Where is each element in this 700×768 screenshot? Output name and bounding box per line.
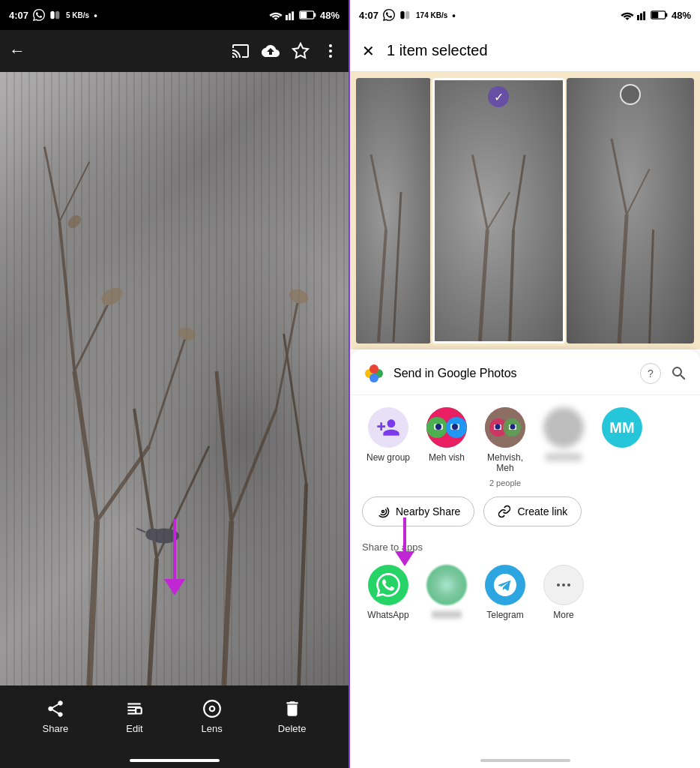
cast-icon[interactable] — [232, 42, 250, 60]
svg-line-53 — [472, 154, 487, 229]
top-bar-left: ← — [0, 30, 349, 72]
upload-icon[interactable] — [262, 42, 280, 60]
photo-main — [0, 72, 349, 686]
telegram-label: Telegram — [486, 610, 523, 620]
blurred-avatar — [543, 407, 584, 448]
send-google-photos-row: Send in Google Photos ? — [350, 362, 700, 395]
arrow-right-line — [403, 518, 406, 551]
home-bar-right — [480, 759, 570, 762]
photo-thumb-1[interactable] — [356, 78, 431, 344]
help-button[interactable]: ? — [640, 363, 661, 384]
svg-rect-0 — [50, 11, 54, 20]
share-label: Share — [43, 723, 69, 734]
google-nearby-app[interactable]: XXXXX — [420, 565, 473, 620]
svg-line-54 — [487, 192, 510, 230]
more-menu-icon-left[interactable] — [322, 42, 340, 60]
svg-point-81 — [562, 584, 565, 586]
apps-row: WhatsApp XXXXX Telegram — [350, 559, 700, 632]
svg-point-82 — [567, 584, 570, 586]
more-app[interactable]: More — [537, 565, 590, 620]
photo3-branches — [567, 78, 695, 344]
mehvish-face — [485, 407, 525, 448]
more-icon-container — [543, 565, 584, 605]
wifi-icon-right — [621, 10, 634, 20]
svg-point-64 — [369, 374, 378, 382]
create-link-button[interactable]: Create link — [483, 496, 582, 526]
svg-line-59 — [627, 169, 649, 214]
svg-line-13 — [59, 222, 74, 372]
star-icon[interactable] — [292, 42, 310, 60]
svg-line-26 — [299, 484, 307, 686]
svg-rect-4 — [292, 11, 294, 20]
photo-thumb-3[interactable] — [567, 78, 695, 344]
svg-rect-1 — [55, 11, 59, 20]
contact-mehvish-meh[interactable]: Mehvish, Meh 2 people — [479, 407, 531, 488]
svg-line-20 — [224, 521, 232, 686]
whatsapp-status-icon-right — [383, 9, 395, 21]
contact-new-group[interactable]: New group — [362, 407, 414, 463]
search-button[interactable] — [670, 364, 688, 382]
share-action[interactable]: Share — [43, 698, 69, 734]
svg-line-55 — [510, 230, 513, 341]
meh-vish-face — [426, 407, 467, 448]
contact-mm[interactable]: MM — [596, 407, 648, 448]
dolby-icon-right — [399, 9, 411, 21]
nearby-icon — [376, 505, 390, 518]
photo1-branches — [356, 78, 431, 344]
nearby-share-button[interactable]: Nearby Share — [362, 496, 474, 526]
svg-point-71 — [452, 424, 458, 430]
svg-line-21 — [217, 371, 232, 521]
whatsapp-icon — [368, 565, 408, 605]
edit-label: Edit — [126, 723, 142, 734]
selected-check: ✓ — [488, 86, 509, 107]
send-google-label: Send in Google Photos — [393, 367, 517, 380]
lens-icon — [202, 699, 222, 718]
svg-line-16 — [149, 334, 187, 446]
battery-pct-right: 48% — [672, 10, 691, 21]
close-button[interactable]: ✕ — [362, 42, 375, 60]
send-google-left: Send in Google Photos — [362, 362, 517, 386]
photo2-branches — [435, 80, 563, 341]
status-left-info: 4:07 5 KB/s • — [9, 9, 97, 21]
signal-icon-right — [637, 10, 648, 20]
mm-initials: MM — [609, 419, 634, 436]
dot-indicator: • — [94, 10, 97, 21]
whatsapp-label: WhatsApp — [367, 610, 408, 620]
dot-right: • — [452, 10, 456, 21]
svg-rect-42 — [405, 11, 409, 20]
svg-line-14 — [74, 296, 112, 371]
annotation-arrow-right — [395, 518, 414, 566]
svg-point-30 — [65, 213, 83, 231]
mehvish-meh-sub: 2 people — [489, 478, 521, 488]
telegram-app[interactable]: Telegram — [479, 565, 531, 620]
dolby-icon — [49, 9, 61, 21]
mehvish-meh-avatar — [485, 407, 525, 448]
more-label: More — [553, 610, 573, 620]
svg-rect-47 — [666, 13, 668, 16]
home-indicator-right — [350, 753, 700, 768]
svg-point-77 — [495, 424, 501, 430]
svg-point-33 — [145, 529, 160, 541]
right-panel: 4:07 174 KB/s • 48% ✕ 1 item selected — [350, 0, 700, 768]
delete-action[interactable]: Delete — [278, 698, 307, 734]
svg-point-70 — [435, 424, 441, 430]
share-icon-container — [44, 698, 67, 720]
link-icon — [498, 505, 511, 518]
unselected-check — [620, 84, 641, 105]
contacts-row: New group Meh vi — [350, 395, 700, 494]
whatsapp-app[interactable]: WhatsApp — [362, 565, 414, 620]
contact-blurred[interactable]: XXXXXX — [537, 407, 590, 463]
svg-line-60 — [649, 230, 653, 344]
lens-action[interactable]: Lens — [201, 698, 223, 734]
svg-line-57 — [619, 214, 627, 344]
contact-meh-vish[interactable]: Meh vish — [420, 407, 473, 463]
svg-point-31 — [287, 286, 310, 306]
delete-icon — [283, 699, 302, 718]
whatsapp-logo — [376, 573, 400, 597]
svg-line-24 — [44, 147, 59, 222]
svg-point-40 — [209, 706, 214, 711]
bottom-action-bar: Share Edit Lens — [0, 686, 349, 753]
photo-thumb-2-selected[interactable]: ✓ — [432, 78, 565, 344]
edit-action[interactable]: Edit — [123, 698, 145, 734]
back-button[interactable]: ← — [9, 41, 25, 61]
